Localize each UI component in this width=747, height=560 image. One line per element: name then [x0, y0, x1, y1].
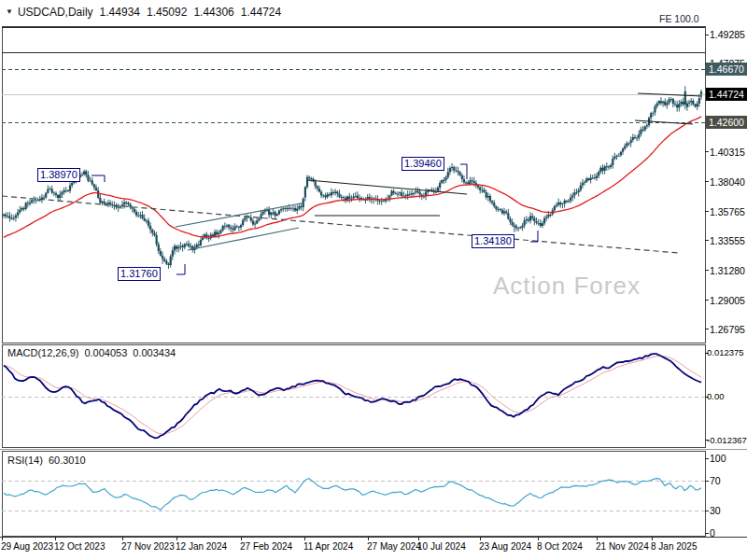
trendline[interactable] — [2, 196, 678, 253]
chart-window: { "header": { "collapse_icon": "▼", "sym… — [0, 0, 747, 560]
rsi-line — [4, 479, 701, 511]
ohlc-high: 1.45092 — [147, 6, 187, 19]
collapse-arrow-icon[interactable]: ▼ — [6, 7, 13, 16]
callout-pointer — [176, 264, 185, 274]
trendline[interactable] — [176, 203, 301, 227]
callout-pointer — [92, 175, 105, 182]
ohlc-open: 1.44934 — [100, 6, 140, 19]
macd-main-line — [4, 354, 701, 438]
ohlc-low: 1.44306 — [193, 6, 233, 19]
trendline[interactable] — [308, 180, 467, 194]
chart-title-bar: ▼USDCAD,Daily1.449341.450921.443061.4472… — [6, 6, 281, 19]
rsi-panel — [2, 451, 705, 536]
symbol-period-label: USDCAD,Daily — [18, 6, 93, 19]
chart-canvas[interactable] — [0, 0, 747, 560]
callout-pointer — [530, 231, 538, 242]
candlestick-bodies — [4, 91, 701, 265]
ohlc-close: 1.44724 — [241, 6, 281, 19]
